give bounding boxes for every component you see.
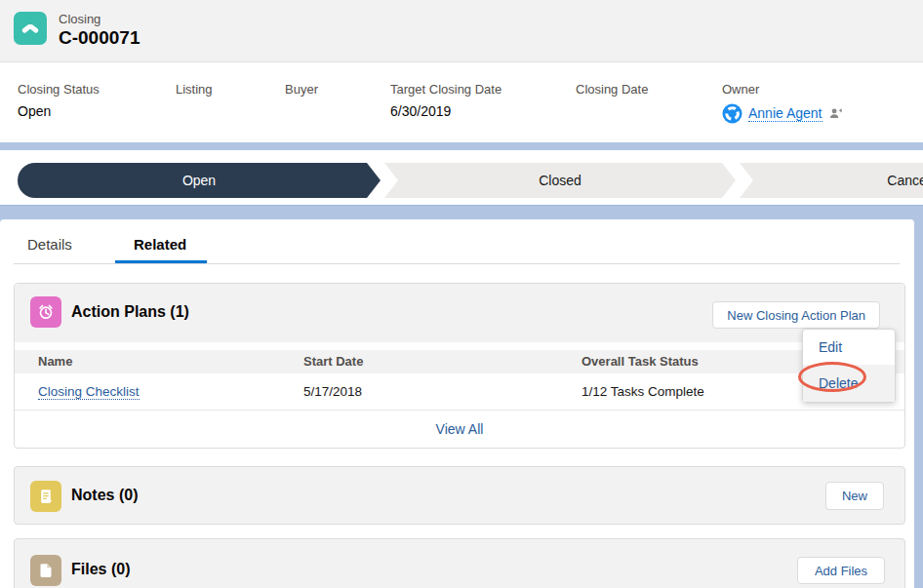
notes-card: Notes (0) New [14, 466, 905, 525]
action-plans-title: Action Plans (1) [71, 303, 189, 321]
field-label: Closing Status [18, 82, 100, 97]
action-plans-header: Action Plans (1) New Closing Action Plan [15, 284, 904, 342]
tab-related[interactable]: Related [134, 236, 186, 253]
record-name: C-000071 [59, 27, 140, 49]
path-stage-cancelled[interactable]: Cancelled [740, 163, 923, 198]
field-buyer: Buyer [285, 82, 318, 103]
highlights-panel: Closing Status Open Listing Buyer Target… [0, 62, 923, 142]
field-value: 6/30/2019 [390, 103, 502, 119]
menu-item-edit[interactable]: Edit [803, 330, 895, 365]
menu-item-delete[interactable]: Delete [803, 365, 895, 402]
field-label: Buyer [285, 82, 318, 97]
new-note-button[interactable]: New [825, 482, 884, 510]
field-label: Target Closing Date [390, 82, 502, 97]
avatar [722, 103, 742, 124]
field-label: Owner [722, 82, 843, 97]
table-row: Closing Checklist 5/17/2018 1/12 Tasks C… [15, 373, 904, 411]
path-stage-closed[interactable]: Closed [384, 163, 736, 198]
record-header: Closing C-000071 [0, 0, 923, 62]
column-header-name[interactable]: Name [38, 354, 72, 369]
action-plan-link[interactable]: Closing Checklist [38, 384, 140, 400]
object-label: Closing [59, 12, 100, 26]
field-owner: Owner Annie Agent [722, 82, 843, 124]
action-plans-card: Action Plans (1) New Closing Action Plan… [14, 283, 905, 449]
column-header-start-date[interactable]: Start Date [303, 354, 363, 369]
note-icon [35, 486, 57, 507]
closing-record-page: Closing C-000071 Closing Status Open Lis… [0, 0, 923, 588]
row-actions-menu: Edit Delete [802, 329, 896, 403]
new-closing-action-plan-button[interactable]: New Closing Action Plan [712, 301, 880, 329]
field-closing-date: Closing Date [576, 82, 648, 103]
path-container: Open Closed Cancelled [0, 150, 923, 206]
tab-divider [14, 263, 900, 264]
action-plans-table-header: Name Start Date Overall Task Status [15, 350, 904, 373]
files-title: Files (0) [71, 561, 130, 578]
column-header-overall-task-status[interactable]: Overall Task Status [582, 354, 699, 369]
file-icon [35, 560, 57, 581]
field-target-closing-date: Target Closing Date 6/30/2019 [390, 82, 502, 119]
field-label: Listing [176, 82, 213, 97]
field-label: Closing Date [576, 82, 648, 97]
path-bar: Open Closed Cancelled [18, 163, 923, 198]
handshake-icon [20, 18, 41, 39]
notes-icon [30, 481, 61, 512]
files-card: Files (0) Add Files [14, 538, 905, 588]
field-closing-status: Closing Status Open [18, 82, 100, 119]
path-stage-open[interactable]: Open [18, 163, 381, 198]
files-icon [30, 555, 61, 586]
owner-value: Annie Agent [722, 103, 843, 124]
cell-task-status: 1/12 Tasks Complete [582, 384, 704, 399]
field-value: Open [18, 103, 100, 119]
record-body-card: Details Related Action Plans (1) New Clo… [0, 219, 914, 588]
action-plans-icon [30, 296, 61, 328]
add-files-button[interactable]: Add Files [797, 557, 885, 584]
change-owner-icon[interactable] [828, 106, 843, 121]
closing-record-icon [14, 12, 47, 45]
notes-title: Notes (0) [71, 487, 138, 504]
field-listing: Listing [176, 82, 213, 103]
tab-details[interactable]: Details [27, 236, 72, 253]
view-all-link[interactable]: View All [15, 411, 904, 449]
cell-start-date: 5/17/2018 [303, 384, 362, 399]
owner-link[interactable]: Annie Agent [748, 105, 823, 122]
alarm-clock-icon [35, 301, 57, 323]
